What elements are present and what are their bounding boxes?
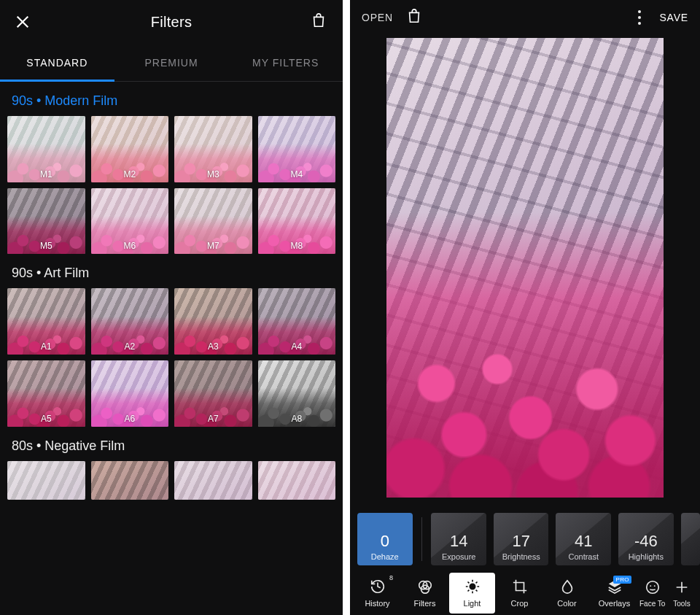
adjust-contrast[interactable]: 41 Contrast xyxy=(556,513,611,565)
filter-label: M1 xyxy=(7,169,85,179)
filter-grid: M1 M2 M3 M4 xyxy=(7,116,335,254)
filter-thumb[interactable] xyxy=(258,461,336,500)
filters-tabs: STANDARD PREMIUM MY FILTERS xyxy=(0,44,343,82)
filter-label: A5 xyxy=(7,414,85,424)
shop-icon[interactable] xyxy=(311,12,330,31)
filter-category-title[interactable]: 90s • Modern Film xyxy=(7,82,335,116)
filter-thumb[interactable] xyxy=(174,461,252,500)
filter-thumb[interactable]: M1 xyxy=(7,116,85,182)
filter-thumb[interactable] xyxy=(7,461,85,500)
filter-label: A8 xyxy=(258,414,336,424)
adjust-brightness[interactable]: 17 Brightness xyxy=(494,513,549,565)
filter-thumb[interactable]: M2 xyxy=(91,116,169,182)
open-button[interactable]: OPEN xyxy=(362,12,393,23)
image-canvas[interactable] xyxy=(386,38,664,498)
light-icon xyxy=(464,579,481,596)
shop-icon[interactable] xyxy=(406,8,425,27)
filters-header: Filters xyxy=(0,0,343,44)
filter-label: M2 xyxy=(91,169,169,179)
tool-light[interactable]: Light xyxy=(449,573,495,614)
filter-label: M6 xyxy=(91,241,169,251)
filter-thumb[interactable]: A6 xyxy=(91,360,169,427)
plus-icon xyxy=(674,579,690,597)
filter-grid: A1 A2 A3 A4 xyxy=(7,288,335,426)
filter-label: M4 xyxy=(258,169,336,179)
filter-label: A1 xyxy=(7,341,85,352)
tool-face[interactable]: Face Tool xyxy=(639,573,666,614)
tab-standard[interactable]: STANDARD xyxy=(0,44,114,81)
pro-badge: PRO xyxy=(613,576,631,584)
filter-thumb[interactable]: A7 xyxy=(174,360,252,427)
filter-thumb[interactable]: M7 xyxy=(174,188,252,255)
filter-thumb[interactable]: A3 xyxy=(174,288,252,355)
filter-thumb[interactable]: A8 xyxy=(258,360,336,427)
editor-toolbar: 8 History Filters Light Crop Color PR xyxy=(350,571,700,615)
filter-label: A4 xyxy=(258,341,336,352)
adjust-exposure[interactable]: 14 Exposure xyxy=(431,513,486,565)
svg-point-6 xyxy=(654,585,656,587)
filter-label: A3 xyxy=(174,341,252,352)
canvas-area xyxy=(350,35,700,507)
save-button[interactable]: SAVE xyxy=(659,12,688,23)
tool-crop[interactable]: Crop xyxy=(497,573,542,614)
tool-tools[interactable]: Tools xyxy=(668,573,696,614)
filter-thumb[interactable]: M8 xyxy=(258,188,336,255)
svg-point-4 xyxy=(647,581,659,593)
filter-thumb[interactable]: M6 xyxy=(91,188,169,255)
tool-filters[interactable]: Filters xyxy=(402,573,448,614)
history-count-badge: 8 xyxy=(389,574,393,581)
svg-point-3 xyxy=(470,584,475,589)
filter-thumb[interactable]: M4 xyxy=(258,116,336,182)
divider xyxy=(421,517,423,561)
adjust-dehaze[interactable]: 0 Dehaze xyxy=(357,513,413,565)
filter-label: M5 xyxy=(7,241,85,251)
filters-scroll[interactable]: 90s • Modern Film M1 M2 M3 xyxy=(0,82,343,615)
color-icon xyxy=(559,579,575,596)
filter-label: A2 xyxy=(91,341,169,352)
filter-label: M3 xyxy=(174,169,252,179)
filter-thumb[interactable]: M3 xyxy=(174,116,252,182)
editor-panel: OPEN SAVE 0 Dehaze 14 Exposure xyxy=(350,0,700,615)
crop-icon xyxy=(512,579,528,596)
close-icon[interactable] xyxy=(13,12,32,31)
adjust-shadows[interactable]: Shadows xyxy=(681,513,700,565)
filter-thumb[interactable]: A1 xyxy=(7,288,85,355)
filter-thumb[interactable]: A5 xyxy=(7,360,85,427)
filter-thumb[interactable]: A4 xyxy=(258,288,336,355)
app-root: Filters STANDARD PREMIUM MY FILTERS 90s … xyxy=(0,0,700,615)
filter-category-title[interactable]: 80s • Negative Film xyxy=(7,427,335,461)
filter-label: M8 xyxy=(258,241,336,251)
adjust-highlights[interactable]: -46 Highlights xyxy=(618,513,674,565)
tab-premium[interactable]: PREMIUM xyxy=(114,44,229,81)
tool-color[interactable]: Color xyxy=(544,573,590,614)
filters-icon xyxy=(417,579,433,596)
tool-overlays[interactable]: PRO Overlays xyxy=(591,573,637,614)
filter-label: A6 xyxy=(91,414,169,424)
filter-thumb[interactable] xyxy=(91,461,169,500)
more-icon[interactable] xyxy=(633,10,646,25)
history-icon xyxy=(370,579,386,596)
editor-header: OPEN SAVE xyxy=(350,0,700,35)
tool-history[interactable]: 8 History xyxy=(354,573,400,614)
filter-grid xyxy=(7,461,335,500)
adjustments-row[interactable]: 0 Dehaze 14 Exposure 17 Brightness 41 Co… xyxy=(350,507,700,571)
svg-point-5 xyxy=(650,585,651,587)
filter-label: M7 xyxy=(174,241,252,251)
tab-my-filters[interactable]: MY FILTERS xyxy=(228,44,343,81)
filter-thumb[interactable]: M5 xyxy=(7,188,85,255)
filters-panel: Filters STANDARD PREMIUM MY FILTERS 90s … xyxy=(0,0,343,615)
filter-thumb[interactable]: A2 xyxy=(91,288,169,355)
filters-title: Filters xyxy=(32,14,311,31)
filter-category-title[interactable]: 90s • Art Film xyxy=(7,254,335,288)
filter-label: A7 xyxy=(174,414,252,424)
face-icon xyxy=(645,579,661,597)
